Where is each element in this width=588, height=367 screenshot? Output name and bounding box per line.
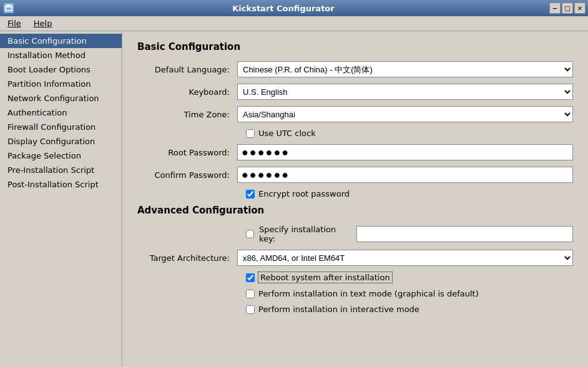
target-arch-control: x86, AMD64, or Intel EM64T xyxy=(237,250,573,266)
confirm-password-row: Confirm Password: xyxy=(137,167,573,183)
install-key-label: Specify installation key: xyxy=(259,225,346,243)
app-icon xyxy=(4,3,14,13)
target-arch-select[interactable]: x86, AMD64, or Intel EM64T xyxy=(237,250,573,266)
advanced-config-title: Advanced Configuration xyxy=(137,205,573,216)
keyboard-row: Keyboard: U.S. English xyxy=(137,84,573,100)
install-key-row: Specify installation key: xyxy=(137,225,573,243)
keyboard-label: Keyboard: xyxy=(137,87,237,97)
encrypt-password-row: Encrypt root password xyxy=(137,189,573,198)
root-password-label: Root Password: xyxy=(137,148,237,157)
sidebar-item-authentication[interactable]: Authentication xyxy=(0,105,122,120)
reboot-checkbox[interactable] xyxy=(246,273,255,282)
reboot-label: Reboot system after installation xyxy=(258,272,392,283)
sidebar-item-basic-configuration[interactable]: Basic Configuration xyxy=(0,34,122,48)
maximize-button[interactable]: □ xyxy=(562,2,573,14)
encrypt-password-label: Encrypt root password xyxy=(258,189,350,198)
minimize-button[interactable]: − xyxy=(549,2,561,14)
target-arch-row: Target Architecture: x86, AMD64, or Inte… xyxy=(137,250,573,266)
default-language-label: Default Language: xyxy=(137,65,237,74)
text-mode-row: Perform installation in text mode (graph… xyxy=(137,289,573,298)
install-key-container: Specify installation key: xyxy=(137,225,573,243)
title-bar-left xyxy=(0,3,17,13)
use-utc-clock-row: Use UTC clock xyxy=(137,129,573,138)
sidebar-item-display-configuration[interactable]: Display Configuration xyxy=(0,134,122,149)
interactive-mode-checkbox[interactable] xyxy=(246,305,255,314)
sidebar-item-installation-method[interactable]: Installation Method xyxy=(0,48,122,62)
root-password-row: Root Password: xyxy=(137,144,573,160)
timezone-control: Asia/Shanghai xyxy=(237,106,573,122)
reboot-row: Reboot system after installation xyxy=(137,272,573,283)
confirm-password-control xyxy=(237,167,573,183)
help-menu[interactable]: Help xyxy=(29,17,57,29)
file-menu[interactable]: File xyxy=(2,17,26,29)
interactive-mode-row: Perform installation in interactive mode xyxy=(137,305,573,314)
sidebar: Basic ConfigurationInstallation MethodBo… xyxy=(0,31,122,367)
sidebar-item-boot-loader-options[interactable]: Boot Loader Options xyxy=(0,62,122,77)
text-mode-checkbox[interactable] xyxy=(246,290,255,298)
default-language-select[interactable]: Chinese (P.R. of China) - 中文(简体) xyxy=(237,61,573,77)
default-language-row: Default Language: Chinese (P.R. of China… xyxy=(137,61,573,77)
window-title: Kickstart Configurator xyxy=(17,4,549,13)
use-utc-clock-checkbox[interactable] xyxy=(246,129,255,138)
root-password-input[interactable] xyxy=(237,144,573,160)
default-language-control: Chinese (P.R. of China) - 中文(简体) xyxy=(237,61,573,77)
sidebar-item-package-selection[interactable]: Package Selection xyxy=(0,149,122,163)
use-utc-clock-label: Use UTC clock xyxy=(258,129,316,138)
timezone-select[interactable]: Asia/Shanghai xyxy=(237,106,573,122)
content-area: Basic Configuration Default Language: Ch… xyxy=(122,31,588,367)
root-password-control xyxy=(237,144,573,160)
timezone-label: Time Zone: xyxy=(137,110,237,119)
sidebar-item-partition-information[interactable]: Partition Information xyxy=(0,77,122,91)
sidebar-item-pre-installation-script[interactable]: Pre-Installation Script xyxy=(0,163,122,177)
keyboard-control: U.S. English xyxy=(237,84,573,100)
title-bar: Kickstart Configurator − □ ✕ xyxy=(0,0,588,16)
title-bar-buttons: − □ ✕ xyxy=(549,2,588,14)
encrypt-password-checkbox[interactable] xyxy=(246,190,255,198)
sidebar-item-network-configuration[interactable]: Network Configuration xyxy=(0,91,122,105)
text-mode-label: Perform installation in text mode (graph… xyxy=(258,289,479,298)
install-key-checkbox[interactable] xyxy=(246,230,254,238)
confirm-password-input[interactable] xyxy=(237,167,573,183)
interactive-mode-label: Perform installation in interactive mode xyxy=(258,305,419,314)
main-container: Basic ConfigurationInstallation MethodBo… xyxy=(0,31,588,367)
basic-config-title: Basic Configuration xyxy=(137,41,573,52)
close-button[interactable]: ✕ xyxy=(574,2,586,14)
target-arch-label: Target Architecture: xyxy=(137,253,237,263)
keyboard-select[interactable]: U.S. English xyxy=(237,84,573,100)
sidebar-item-firewall-configuration[interactable]: Firewall Configuration xyxy=(0,120,122,134)
timezone-row: Time Zone: Asia/Shanghai xyxy=(137,106,573,122)
sidebar-item-post-installation-script[interactable]: Post-Installation Script xyxy=(0,177,122,192)
install-key-input[interactable] xyxy=(356,226,573,242)
confirm-password-label: Confirm Password: xyxy=(137,170,237,180)
menu-bar: File Help xyxy=(0,16,588,31)
